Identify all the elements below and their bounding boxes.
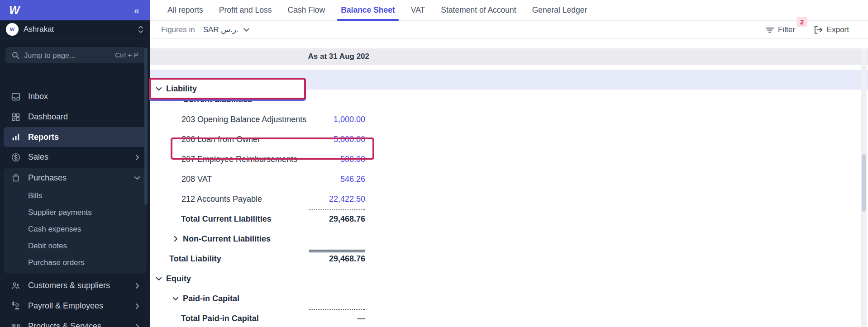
chevron-down-icon — [156, 275, 162, 282]
chevron-right-icon — [134, 283, 140, 289]
sidebar-scrollbar-thumb[interactable] — [144, 47, 148, 205]
export-label: Export — [827, 25, 849, 34]
annotation-box-liability[interactable]: Liability — [149, 78, 306, 100]
workspace-switcher[interactable]: W Ashrakat — [0, 20, 150, 38]
filter-button[interactable]: Filter 2 — [766, 25, 795, 34]
tab-statement-of-account[interactable]: Statement of Account — [440, 0, 517, 21]
sidebar: W « W Ashrakat Jump to page... Ctrl + P — [0, 0, 150, 327]
tab-cash-flow[interactable]: Cash Flow — [287, 0, 326, 21]
inbox-icon — [11, 92, 21, 102]
jump-to-page-search[interactable]: Jump to page... Ctrl + P — [5, 47, 145, 63]
search-shortcut: Ctrl + P — [115, 51, 138, 59]
report-toolbar: Figures in SAR ر.س. Filter 2 — [150, 21, 868, 39]
brand-bar: W « — [0, 0, 150, 20]
row-account-212: 212 Accounts Payable 22,422.50 — [150, 189, 868, 209]
chevron-up-down-icon — [138, 25, 144, 34]
sidebar-item-bills[interactable]: Bills — [4, 187, 147, 204]
row-non-current-liabilities[interactable]: Non-Current Liabilities — [150, 229, 868, 249]
sidebar-item-customers-suppliers[interactable]: Customers & suppliers — [0, 275, 150, 296]
sidebar-collapse-button[interactable]: « — [130, 4, 143, 17]
user-name: Ashrakat — [24, 25, 133, 34]
balance-sheet-content: As at 31 Aug 202 Current Liabilities 203… — [150, 48, 868, 327]
content-scrollbar-thumb[interactable] — [862, 154, 866, 212]
filter-label: Filter — [778, 25, 795, 34]
sidebar-item-dashboard[interactable]: Dashboard — [0, 107, 150, 127]
barcode-icon — [11, 322, 21, 327]
sidebar-group-purchases: Purchases Bills Supplier payments Cash e… — [4, 168, 147, 274]
row-account-207: 207 Employee Reimbursements 500.00 — [150, 149, 868, 169]
search-icon — [12, 52, 19, 59]
sidebar-item-sales[interactable]: Sales — [0, 147, 150, 167]
avatar: W — [6, 23, 19, 36]
sidebar-item-debit-notes[interactable]: Debit notes — [4, 237, 147, 254]
row-equity[interactable]: Equity — [150, 269, 868, 289]
tab-profit-and-loss[interactable]: Profit and Loss — [218, 0, 273, 21]
row-account-203: 203 Opening Balance Adjustments 1,000.00 — [150, 109, 868, 129]
tab-general-ledger[interactable]: General Ledger — [531, 0, 588, 21]
sidebar-nav: Inbox Dashboard Reports — [0, 86, 150, 327]
amount-link[interactable]: 500.00 — [150, 149, 365, 169]
sidebar-item-supplier-payments[interactable]: Supplier payments — [4, 204, 147, 221]
tab-balance-sheet[interactable]: Balance Sheet — [340, 0, 396, 21]
export-button[interactable]: Export — [814, 25, 849, 34]
app-logo: W — [9, 4, 19, 17]
sidebar-item-inbox[interactable]: Inbox — [0, 86, 150, 107]
main-area: All reports Profit and Loss Cash Flow Ba… — [150, 0, 868, 327]
tab-all-reports[interactable]: All reports — [167, 0, 204, 21]
sidebar-item-reports[interactable]: Reports — [4, 127, 147, 147]
amount-link[interactable]: 22,422.50 — [150, 189, 365, 209]
content-scrollbar-track[interactable] — [861, 48, 867, 327]
chevron-down-icon — [156, 85, 162, 92]
sidebar-item-cash-expenses[interactable]: Cash expenses — [4, 221, 147, 237]
sidebar-item-payroll-employees[interactable]: Payroll & Employees — [0, 296, 150, 316]
tab-vat[interactable]: VAT — [410, 0, 426, 21]
amount-link[interactable]: 1,000.00 — [150, 109, 365, 129]
row-account-208: 208 VAT 546.26 — [150, 169, 868, 189]
chevron-right-icon — [134, 303, 140, 309]
chevron-down-icon — [172, 295, 179, 302]
dashboard-icon — [11, 112, 21, 122]
amount-link[interactable]: 546.26 — [150, 169, 365, 189]
chevron-down-icon — [243, 26, 250, 33]
as-at-date-header: As at 31 Aug 202 — [150, 48, 369, 65]
figures-in-label: Figures in — [161, 25, 195, 34]
sales-icon — [11, 152, 21, 162]
chevron-right-icon — [172, 236, 179, 242]
row-paid-in-capital[interactable]: Paid-in Capital — [150, 289, 868, 308]
sidebar-item-purchases[interactable]: Purchases — [4, 168, 147, 187]
row-total-liability: Total Liability 29,468.76 — [150, 249, 868, 269]
report-rows: Current Liabilities 203 Opening Balance … — [150, 70, 868, 327]
chevron-right-icon — [134, 323, 140, 327]
currency-select[interactable]: SAR ر.س. — [203, 25, 250, 34]
export-icon — [814, 26, 823, 34]
currency-value: SAR ر.س. — [203, 25, 238, 34]
reports-icon — [11, 132, 21, 142]
purchases-icon — [11, 173, 21, 183]
search-placeholder: Jump to page... — [24, 51, 110, 60]
filter-icon — [766, 26, 774, 33]
sidebar-item-purchase-orders[interactable]: Purchase orders — [4, 254, 147, 271]
row-account-206: 206 Loan from Owner 5,000.00 — [150, 129, 868, 149]
filter-count-badge: 2 — [796, 17, 807, 27]
chevron-down-icon — [134, 175, 140, 181]
column-header-row: As at 31 Aug 202 — [150, 48, 868, 65]
payroll-icon — [11, 301, 21, 311]
report-tabs: All reports Profit and Loss Cash Flow Ba… — [150, 0, 868, 21]
amount-link[interactable]: 5,000.00 — [150, 129, 365, 149]
row-total-paid-in-capital: Total Paid-in Capital — — [150, 308, 868, 327]
row-total-current-liabilities: Total Current Liabilities 29,468.76 — [150, 209, 868, 229]
sidebar-item-products-services[interactable]: Products & Services — [0, 316, 150, 327]
customers-icon — [11, 281, 21, 291]
chevron-right-icon — [134, 154, 140, 161]
